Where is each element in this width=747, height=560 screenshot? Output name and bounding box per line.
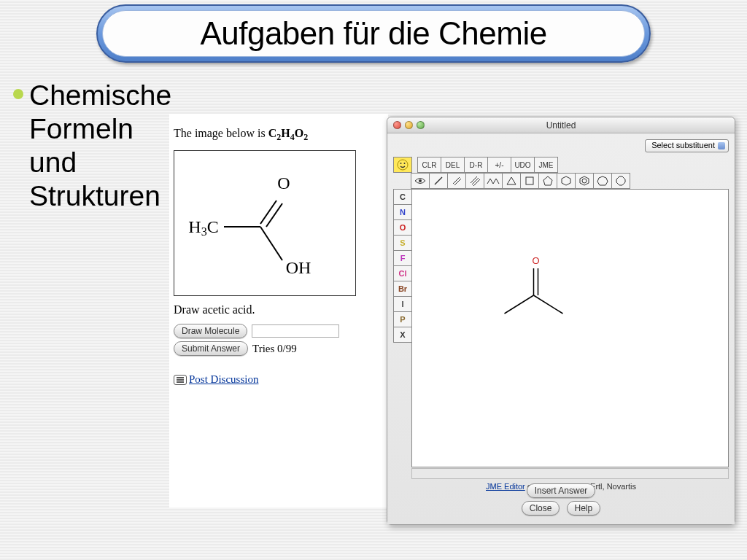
ring-octagon-icon[interactable] bbox=[611, 173, 630, 189]
element-p[interactable]: P bbox=[393, 311, 412, 327]
svg-text:O: O bbox=[277, 174, 290, 192]
acetic-acid-structure-icon: O H3C OH bbox=[174, 151, 357, 297]
ring-benzene-icon[interactable] bbox=[575, 173, 594, 189]
help-button[interactable]: Help bbox=[567, 501, 601, 516]
svg-line-11 bbox=[435, 177, 442, 184]
window-titlebar[interactable]: Untitled bbox=[387, 117, 735, 133]
element-c[interactable]: C bbox=[393, 189, 412, 205]
svg-line-12 bbox=[453, 177, 460, 184]
svg-marker-21 bbox=[580, 176, 589, 185]
post-discussion-link[interactable]: Post Discussion bbox=[189, 373, 258, 386]
smiley-tool-icon[interactable] bbox=[393, 157, 412, 173]
insert-answer-button[interactable]: Insert Answer bbox=[527, 483, 596, 498]
element-f[interactable]: F bbox=[393, 250, 412, 266]
drawing-canvas[interactable]: O bbox=[411, 189, 729, 467]
svg-marker-19 bbox=[543, 176, 552, 185]
svg-point-10 bbox=[419, 179, 422, 182]
ring-heptagon-icon[interactable] bbox=[593, 173, 612, 189]
svg-marker-23 bbox=[597, 176, 608, 185]
horizontal-scrollbar[interactable] bbox=[411, 468, 729, 479]
svg-text:O: O bbox=[532, 255, 539, 266]
ring-hexagon-icon[interactable] bbox=[557, 173, 576, 189]
svg-line-16 bbox=[473, 179, 480, 186]
bond-eye-icon[interactable] bbox=[411, 173, 430, 189]
tool-clr[interactable]: CLR bbox=[417, 157, 441, 173]
svg-point-7 bbox=[398, 160, 408, 170]
question-panel: The image below is C2H4O2 O H3C OH Draw … bbox=[169, 114, 388, 508]
svg-text:H3C: H3C bbox=[188, 217, 218, 238]
structure-diagram: O H3C OH bbox=[174, 150, 356, 296]
tool-jme[interactable]: JME bbox=[534, 157, 558, 173]
svg-line-13 bbox=[454, 179, 461, 185]
slide-title: Aufgaben für die Chemie bbox=[200, 15, 546, 52]
element-s[interactable]: S bbox=[393, 235, 412, 251]
window-title: Untitled bbox=[387, 120, 735, 131]
bond-chain-icon[interactable] bbox=[484, 173, 503, 189]
element-cl[interactable]: Cl bbox=[393, 265, 412, 281]
bullet-dot-icon bbox=[13, 89, 23, 99]
bond-toolbar bbox=[411, 173, 630, 189]
jme-editor-window: Untitled Select substituent CLR DEL D-R … bbox=[387, 117, 735, 525]
select-substituent-label: Select substituent bbox=[651, 141, 715, 149]
ring-triangle-icon[interactable] bbox=[502, 173, 521, 189]
svg-line-15 bbox=[472, 178, 479, 184]
ring-square-icon[interactable] bbox=[520, 173, 539, 189]
submit-answer-button[interactable]: Submit Answer bbox=[174, 341, 248, 356]
close-button[interactable]: Close bbox=[522, 501, 560, 516]
svg-rect-18 bbox=[526, 177, 533, 184]
tool-charge[interactable]: +/- bbox=[487, 157, 511, 173]
svg-text:OH: OH bbox=[286, 258, 311, 277]
draw-molecule-button[interactable]: Draw Molecule bbox=[174, 324, 247, 338]
tool-udo[interactable]: UDO bbox=[511, 157, 535, 173]
element-palette: C N O S F Cl Br I P X bbox=[393, 173, 412, 343]
svg-point-9 bbox=[404, 163, 406, 164]
element-i[interactable]: I bbox=[393, 296, 412, 312]
question-prefix: The image below is bbox=[174, 127, 268, 139]
svg-marker-20 bbox=[562, 176, 570, 185]
svg-line-5 bbox=[260, 227, 282, 260]
svg-marker-24 bbox=[616, 176, 625, 185]
svg-point-22 bbox=[582, 179, 587, 183]
bond-triple-icon[interactable] bbox=[465, 173, 484, 189]
element-x[interactable]: X bbox=[393, 327, 412, 343]
question-text: The image below is C2H4O2 bbox=[174, 127, 388, 143]
task-text: Draw acetic acid. bbox=[174, 303, 388, 316]
discussion-icon bbox=[174, 375, 187, 385]
svg-marker-17 bbox=[507, 177, 516, 184]
editor-body: Select substituent CLR DEL D-R +/- UDO J… bbox=[387, 133, 735, 524]
svg-line-2 bbox=[266, 203, 282, 227]
tool-del[interactable]: DEL bbox=[441, 157, 465, 173]
bullet-text: Chemische Formeln und Strukturen bbox=[29, 79, 182, 213]
tries-counter: Tries 0/99 bbox=[252, 343, 297, 355]
element-o[interactable]: O bbox=[393, 219, 412, 236]
editor-bottom-buttons: Insert Answer Close Help bbox=[387, 482, 735, 517]
molecule-input[interactable] bbox=[252, 324, 339, 338]
svg-line-1 bbox=[260, 201, 276, 224]
svg-point-8 bbox=[400, 163, 402, 164]
svg-line-25 bbox=[505, 295, 534, 314]
bond-double-icon[interactable] bbox=[447, 173, 466, 189]
tool-dr[interactable]: D-R bbox=[464, 157, 488, 173]
ring-pentagon-icon[interactable] bbox=[538, 173, 557, 189]
svg-line-14 bbox=[471, 176, 477, 183]
top-toolbar: CLR DEL D-R +/- UDO JME bbox=[418, 157, 729, 173]
element-n[interactable]: N bbox=[393, 204, 412, 220]
title-banner: Aufgaben für die Chemie bbox=[96, 4, 651, 63]
bond-single-icon[interactable] bbox=[429, 173, 448, 189]
svg-line-26 bbox=[534, 295, 563, 314]
select-substituent-dropdown[interactable]: Select substituent bbox=[645, 139, 729, 152]
element-br[interactable]: Br bbox=[393, 281, 412, 297]
bullet-item: Chemische Formeln und Strukturen bbox=[13, 79, 182, 213]
